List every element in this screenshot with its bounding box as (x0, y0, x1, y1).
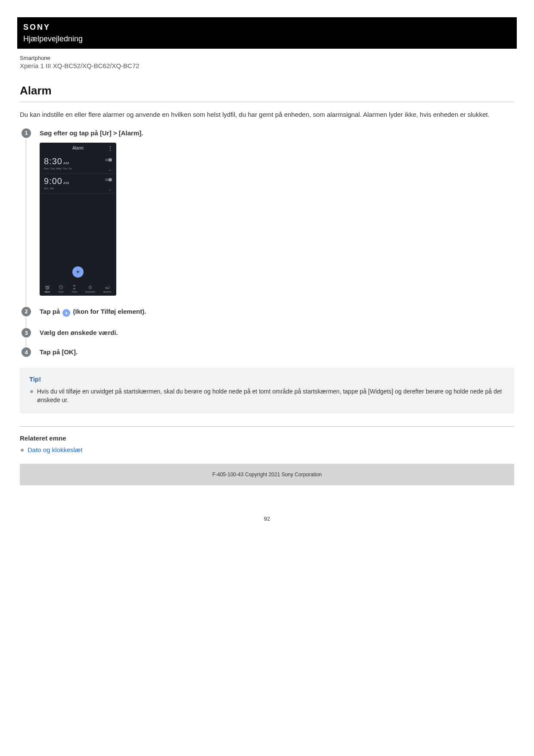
step-connector (26, 139, 26, 308)
chevron-down-icon: ⌄ (109, 187, 112, 191)
tip-item: Hvis du vil tilføje en urwidget på start… (37, 387, 505, 405)
nav-timer: Timer (72, 285, 78, 293)
alarm-time-2: 9:00AM (44, 176, 112, 186)
copyright: F-405-100-43 Copyright 2021 Sony Corpora… (212, 472, 322, 478)
alarm-time-1: 8:30AM (44, 156, 112, 166)
content: Alarm Du kan indstille en eller flere al… (17, 84, 517, 485)
related-link-dato[interactable]: Dato og klokkeslæt (28, 446, 83, 453)
alarm-time-1-ampm: AM (63, 161, 69, 165)
related-item: Dato og klokkeslæt (28, 446, 514, 453)
related-list: Dato og klokkeslæt (20, 446, 514, 453)
step-badge: 4 (22, 347, 31, 357)
alarm-row-2: 9:00AM Sun, Sat ⌄ (40, 174, 116, 194)
page-number: 92 (17, 515, 517, 522)
guide-title: Hjælpevejledning (23, 34, 511, 44)
step-1: 1 Søg efter og tap på [Ur] > [Alarm]. Al… (22, 129, 514, 296)
nav-alarm-label: Alarm (44, 291, 50, 293)
step-badge: 2 (22, 307, 31, 316)
phone-body: + (40, 194, 116, 282)
svg-point-3 (109, 178, 112, 181)
step-connector (26, 317, 26, 329)
alarm-row-1: 8:30AM Mon, Tue, Wed, Thu, Fri ⌄ (40, 154, 116, 174)
device-model: Xperia 1 III XQ-BC52/XQ-BC62/XQ-BC72 (20, 62, 514, 69)
nav-bedtime-label: Bedtime (103, 291, 111, 293)
brand-logo: SONY (23, 23, 511, 32)
nav-stopwatch: Stopwatch (85, 285, 95, 293)
page-frame: SONY Hjælpevejledning Smartphone Xperia … (17, 17, 517, 485)
add-icon: + (62, 309, 70, 317)
step-4: 4 Tap på [OK]. (22, 348, 514, 356)
toggle-icon (105, 158, 112, 162)
add-alarm-fab: + (72, 266, 84, 278)
svg-point-1 (109, 158, 112, 162)
toggle-icon (105, 178, 112, 181)
alarm-icon (45, 285, 50, 290)
step-3: 3 Vælg den ønskede værdi. (22, 329, 514, 336)
more-icon: ⋮ (108, 145, 113, 151)
phone-bottom-nav: Alarm Clock Timer Stopwatch (40, 282, 116, 296)
tip-list: Hvis du vil tilføje en urwidget på start… (29, 387, 505, 405)
step-badge: 3 (22, 328, 31, 337)
header: SONY Hjælpevejledning (17, 19, 517, 49)
page-title: Alarm (20, 84, 514, 97)
timer-icon (72, 285, 77, 290)
phone-titlebar: Alarm ⋮ (40, 143, 116, 154)
step-1-title: Søg efter og tap på [Ur] > [Alarm]. (40, 129, 514, 137)
alarm-time-1-value: 8:30 (44, 156, 62, 166)
step-2-pre: Tap på (40, 308, 62, 315)
tip-box: Tip! Hvis du vil tilføje en urwidget på … (20, 368, 514, 413)
nav-clock-label: Clock (58, 291, 64, 293)
alarm-time-2-value: 9:00 (44, 176, 62, 186)
alarm-time-2-ampm: AM (63, 181, 69, 185)
alarm-days-1: Mon, Tue, Wed, Thu, Fri (44, 167, 112, 170)
step-badge: 1 (22, 128, 31, 138)
clock-icon (59, 285, 64, 290)
nav-stopwatch-label: Stopwatch (85, 291, 95, 293)
step-connector (26, 338, 26, 348)
stopwatch-icon (88, 285, 93, 290)
chevron-down-icon: ⌄ (109, 167, 112, 172)
related-title: Relateret emne (20, 434, 514, 442)
step-2: 2 Tap på + (Ikon for Tilføj element). (22, 308, 514, 317)
device-info: Smartphone Xperia 1 III XQ-BC52/XQ-BC62/… (17, 49, 517, 72)
step-2-title: Tap på + (Ikon for Tilføj element). (40, 308, 514, 317)
device-category: Smartphone (20, 55, 514, 61)
steps-list: 1 Søg efter og tap på [Ur] > [Alarm]. Al… (22, 129, 514, 356)
nav-clock: Clock (58, 285, 64, 293)
nav-bedtime: Bedtime (103, 285, 111, 293)
intro-text: Du kan indstille en eller flere alarmer … (20, 110, 514, 120)
alarm-days-2: Sun, Sat (44, 187, 112, 190)
divider (20, 426, 514, 427)
step-4-title: Tap på [OK]. (40, 348, 514, 356)
step-2-post: (Ikon for Tilføj element). (71, 308, 146, 315)
step-3-title: Vælg den ønskede værdi. (40, 329, 514, 336)
nav-alarm: Alarm (44, 285, 50, 293)
nav-timer-label: Timer (72, 291, 78, 293)
tip-title: Tip! (29, 375, 505, 383)
alarm-app-screenshot: Alarm ⋮ 8:30AM Mon, Tue, Wed, Thu, Fri ⌄ (40, 143, 116, 296)
divider (20, 102, 514, 102)
bedtime-icon (105, 285, 110, 290)
footer: F-405-100-43 Copyright 2021 Sony Corpora… (20, 464, 514, 485)
phone-title: Alarm (72, 146, 84, 150)
